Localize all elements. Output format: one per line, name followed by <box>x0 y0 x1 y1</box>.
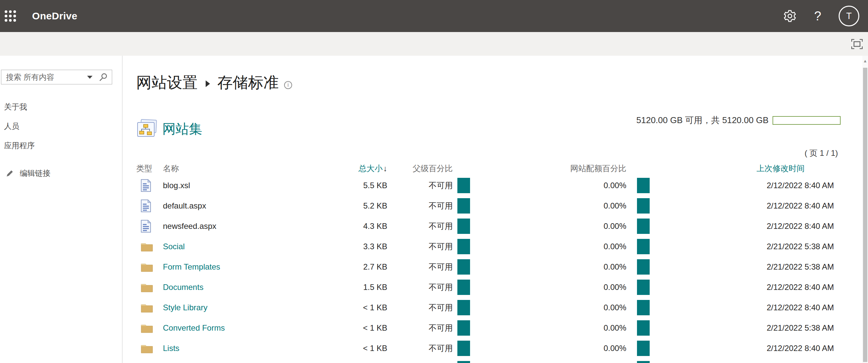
item-percent-of-site-quota: 0.00% <box>481 344 631 353</box>
item-name[interactable]: Form Templates <box>163 262 320 272</box>
col-name: 名称 <box>163 163 320 174</box>
breadcrumb-parent: 网站设置 <box>136 72 198 93</box>
command-band <box>0 32 868 56</box>
help-icon[interactable]: ? <box>814 9 821 23</box>
item-name[interactable]: Lists <box>163 344 320 353</box>
item-percent-of-site-quota: 0.00% <box>481 283 631 292</box>
storage-table-body: blog.xsl5.5 KB不可用0.00%2/12/2022 8:40 AMd… <box>136 175 838 363</box>
item-last-modified: 2/12/2022 8:40 AM <box>658 201 838 210</box>
item-name: newsfeed.aspx <box>163 222 320 231</box>
parent-percent-bar <box>457 239 481 254</box>
item-last-modified: 2/12/2022 8:40 AM <box>658 303 838 312</box>
item-total-size: < 1 KB <box>320 344 387 353</box>
table-row: default.aspx5.2 KB不可用0.00%2/12/2022 8:40… <box>136 196 838 216</box>
top-app-bar: OneDrive ? T <box>0 0 868 32</box>
col-total-size[interactable]: 总大小↓ <box>320 163 387 174</box>
main-panel: 网站设置 存储标准 i 5120.00 GB 可用，共 5120.00 GB 网… <box>123 56 868 363</box>
storage-summary: 5120.00 GB 可用，共 5120.00 GB <box>636 114 841 126</box>
item-percent-of-parent: 不可用 <box>387 221 457 232</box>
col-percent-of-site-quota: 网站配额百分比 <box>481 163 631 174</box>
edit-links-label: 编辑链接 <box>20 168 51 178</box>
up-arrow-icon[interactable]: ▲ <box>862 56 868 66</box>
document-icon <box>136 220 163 233</box>
site-collection-label: 网站集 <box>162 120 202 138</box>
item-total-size: 3.3 KB <box>320 242 387 251</box>
avatar[interactable]: T <box>839 6 859 26</box>
item-percent-of-parent: 不可用 <box>387 180 457 191</box>
item-last-modified: 2/12/2022 8:40 AM <box>658 222 838 231</box>
item-last-modified: 2/21/2022 5:38 AM <box>658 262 838 272</box>
item-percent-of-site-quota: 0.00% <box>481 242 631 251</box>
item-name[interactable]: Converted Forms <box>163 323 320 333</box>
document-icon <box>136 200 163 212</box>
parent-percent-bar <box>457 361 481 363</box>
table-row: Style Library< 1 KB不可用0.00%2/12/2022 8:4… <box>136 297 838 318</box>
item-total-size: < 1 KB <box>320 303 387 312</box>
chevron-down-icon[interactable] <box>87 76 92 79</box>
item-percent-of-site-quota: 0.00% <box>481 181 631 190</box>
sidebar: 关于我 人员 应用程序 编辑链接 <box>0 56 123 363</box>
parent-percent-bar <box>457 279 481 295</box>
folder-icon <box>136 343 163 353</box>
item-name[interactable]: Style Library <box>163 303 320 312</box>
col-last-modified[interactable]: 上次修改时间 <box>658 163 838 174</box>
item-total-size: 4.3 KB <box>320 222 387 231</box>
item-last-modified: 2/12/2022 8:40 AM <box>658 283 838 292</box>
item-total-size: 5.5 KB <box>320 181 387 190</box>
scrollbar-thumb[interactable] <box>863 68 867 362</box>
folder-icon <box>136 323 163 333</box>
focus-mode-icon[interactable] <box>851 39 863 49</box>
item-name[interactable]: Documents <box>163 283 320 292</box>
col-percent-of-parent: 父级百分比 <box>387 163 457 174</box>
col-type: 类型 <box>136 163 163 174</box>
item-percent-of-parent: 不可用 <box>387 262 457 272</box>
app-title: OneDrive <box>32 10 78 22</box>
search-icon[interactable] <box>99 73 108 81</box>
info-icon[interactable]: i <box>284 81 292 89</box>
sort-desc-icon: ↓ <box>383 164 387 173</box>
gear-icon[interactable] <box>783 9 797 23</box>
parent-percent-bar <box>457 320 481 336</box>
site-quota-percent-bar <box>631 279 658 295</box>
item-total-size: 2.7 KB <box>320 262 387 272</box>
item-percent-of-site-quota: 0.00% <box>481 262 631 272</box>
table-row: Lists< 1 KB不可用0.00%2/12/2022 8:40 AM <box>136 338 838 358</box>
item-percent-of-site-quota: 0.00% <box>481 303 631 312</box>
item-name: blog.xsl <box>163 181 320 190</box>
item-percent-of-site-quota: 0.00% <box>481 323 631 333</box>
table-row: Social3.3 KB不可用0.00%2/21/2022 5:38 AM <box>136 236 838 257</box>
table-row: < 1 KB不可用0.00%2/12/2022 8:40 AM <box>136 358 838 363</box>
quota-usage-bar <box>773 116 841 125</box>
parent-percent-bar <box>457 198 481 213</box>
search-box <box>1 70 112 85</box>
item-last-modified: 2/21/2022 5:38 AM <box>658 323 838 333</box>
site-collection-icon <box>136 119 158 138</box>
item-last-modified: 2/12/2022 8:40 AM <box>658 344 838 353</box>
item-percent-of-parent: 不可用 <box>387 302 457 313</box>
item-percent-of-parent: 不可用 <box>387 343 457 354</box>
parent-percent-bar <box>457 341 481 356</box>
sidebar-item-apps[interactable]: 应用程序 <box>4 140 35 151</box>
site-quota-percent-bar <box>631 300 658 315</box>
edit-links-button[interactable]: 编辑链接 <box>0 168 51 178</box>
item-name[interactable]: Social <box>163 242 320 251</box>
folder-icon <box>136 262 163 272</box>
breadcrumb: 网站设置 存储标准 i <box>136 72 838 93</box>
site-collection-link[interactable]: 网站集 <box>136 119 202 138</box>
item-last-modified: 2/21/2022 5:38 AM <box>658 242 838 251</box>
sidebar-item-about-me[interactable]: 关于我 <box>4 102 27 112</box>
item-name: default.aspx <box>163 201 320 210</box>
table-row: Form Templates2.7 KB不可用0.00%2/21/2022 5:… <box>136 257 838 277</box>
table-row: newsfeed.aspx4.3 KB不可用0.00%2/12/2022 8:4… <box>136 216 838 236</box>
search-input[interactable] <box>5 72 85 82</box>
sidebar-item-people[interactable]: 人员 <box>4 121 19 131</box>
page-title: 存储标准 <box>217 72 279 93</box>
site-quota-percent-bar <box>631 198 658 213</box>
pencil-icon <box>6 169 14 177</box>
item-percent-of-site-quota: 0.00% <box>481 201 631 210</box>
document-icon <box>136 179 163 192</box>
parent-percent-bar <box>457 219 481 234</box>
waffle-icon[interactable] <box>5 10 16 22</box>
right-triangle-icon <box>206 80 210 87</box>
site-quota-percent-bar <box>631 178 658 193</box>
